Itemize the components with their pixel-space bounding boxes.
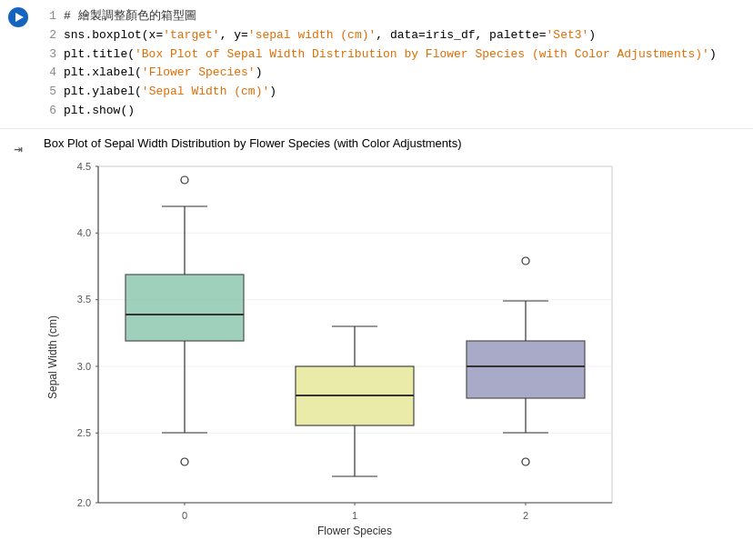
svg-text:3.5: 3.5	[77, 294, 91, 305]
code-token: )	[127, 104, 135, 117]
code-token: plt.xlabel(	[64, 65, 142, 79]
svg-rect-33	[126, 275, 244, 341]
line-number: 3	[44, 45, 56, 65]
svg-text:1: 1	[352, 510, 357, 521]
code-token: , y=	[220, 28, 248, 42]
code-line: 4plt.xlabel('Flower Species')	[44, 64, 746, 83]
code-line: 6plt.show()	[44, 102, 746, 121]
line-number: 1	[44, 7, 56, 26]
chart-wrapper: Box Plot of Sepal Width Distribution by …	[36, 136, 753, 539]
code-token: plt.ylabel(	[64, 85, 142, 98]
code-token: plt.show(	[64, 104, 127, 117]
svg-text:2.5: 2.5	[77, 427, 91, 438]
code-token: 'Sepal Width (cm)'	[142, 85, 269, 98]
code-token: # 繪製調整顏色的箱型圖	[64, 9, 196, 23]
code-line: 1# 繪製調整顏色的箱型圖	[44, 7, 746, 26]
svg-rect-47	[467, 341, 585, 398]
code-token: plt.title(	[64, 47, 135, 61]
line-code: sns.boxplot(x='target', y='sepal width (…	[64, 26, 596, 45]
code-token: 'Box Plot of Sepal Width Distribution by…	[135, 47, 709, 61]
line-code: plt.show()	[64, 102, 135, 121]
svg-text:3.0: 3.0	[77, 361, 91, 372]
svg-text:2.0: 2.0	[77, 497, 91, 508]
code-token: 'sepal width (cm)'	[248, 28, 376, 42]
code-token: )	[256, 65, 263, 79]
notebook-cell: 1# 繪製調整顏色的箱型圖2sns.boxplot(x='target', y=…	[0, 0, 753, 546]
output-cell: ⇥ Box Plot of Sepal Width Distribution b…	[0, 129, 753, 546]
line-number: 6	[44, 102, 56, 121]
code-token: 'Set3'	[547, 28, 589, 42]
svg-text:2: 2	[523, 510, 528, 521]
chart-svg: 4.5 4.0 3.5 3.0 2.5 2.0 Sepal Width (cm)	[44, 157, 626, 539]
output-icon: ⇥	[14, 140, 23, 158]
code-line: 3plt.title('Box Plot of Sepal Width Dist…	[44, 45, 746, 65]
code-token: )	[588, 28, 596, 42]
code-lines: 1# 繪製調整顏色的箱型圖2sns.boxplot(x='target', y=…	[36, 5, 753, 123]
chart-title: Box Plot of Sepal Width Distribution by …	[44, 136, 746, 150]
line-number: 4	[44, 64, 56, 83]
line-number: 5	[44, 83, 56, 102]
code-token: sns.boxplot(x=	[64, 28, 163, 42]
code-token: , data=iris_df, palette=	[376, 28, 546, 42]
line-number: 2	[44, 26, 56, 45]
line-code: plt.xlabel('Flower Species')	[64, 64, 262, 83]
line-code: plt.ylabel('Sepal Width (cm)')	[64, 83, 276, 102]
code-token: )	[709, 47, 717, 61]
chart-area: 4.5 4.0 3.5 3.0 2.5 2.0 Sepal Width (cm)	[44, 157, 626, 539]
code-token: 'Flower Species'	[142, 65, 256, 79]
code-line: 2sns.boxplot(x='target', y='sepal width …	[44, 26, 746, 45]
line-code: plt.title('Box Plot of Sepal Width Distr…	[64, 45, 717, 65]
code-line: 5plt.ylabel('Sepal Width (cm)')	[44, 83, 746, 102]
run-button-area[interactable]	[0, 5, 36, 27]
svg-text:0: 0	[182, 510, 187, 521]
svg-text:4.0: 4.0	[77, 227, 91, 238]
svg-text:Sepal Width (cm): Sepal Width (cm)	[46, 315, 59, 399]
run-button[interactable]	[8, 7, 28, 27]
svg-text:4.5: 4.5	[77, 161, 91, 172]
code-token: )	[269, 85, 276, 98]
svg-text:Flower Species: Flower Species	[317, 525, 392, 537]
line-code: # 繪製調整顏色的箱型圖	[64, 7, 196, 26]
code-cell: 1# 繪製調整顏色的箱型圖2sns.boxplot(x='target', y=…	[0, 0, 753, 129]
code-token: 'target'	[163, 28, 219, 42]
output-icon-area: ⇥	[0, 136, 36, 158]
